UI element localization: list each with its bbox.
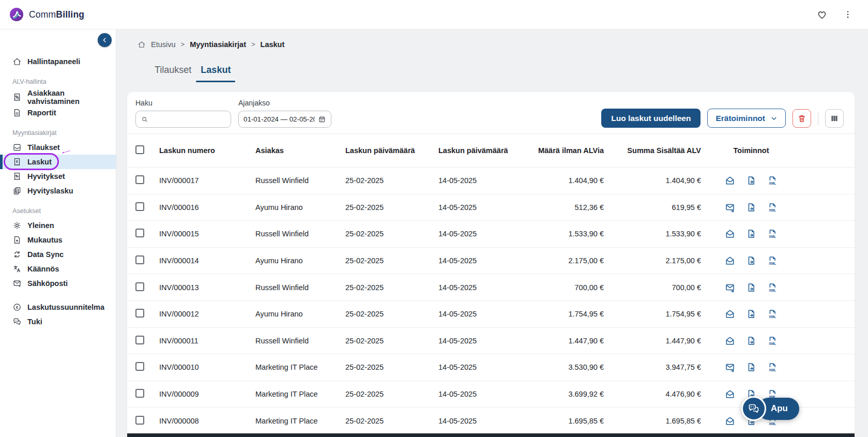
export-file-icon[interactable] — [746, 282, 756, 293]
xml-download-icon[interactable] — [767, 175, 778, 186]
mail-settings-icon — [12, 279, 22, 288]
send-email-icon[interactable] — [725, 389, 735, 399]
sidebar-item-hyvitykset[interactable]: Hyvitykset — [0, 169, 116, 184]
col-invoice-date: Laskun päivämäärä — [345, 146, 438, 155]
row-checkbox[interactable] — [135, 309, 144, 318]
send-email-icon[interactable] — [725, 309, 735, 319]
sidebar-item-kaannos[interactable]: Käännös — [0, 262, 116, 276]
sidebar-item-mukautus[interactable]: Mukautus — [0, 233, 116, 247]
xml-download-icon[interactable] — [767, 255, 778, 266]
breadcrumb-etusivu[interactable]: Etusivu — [151, 40, 176, 49]
breadcrumb-myyntiasiakirjat[interactable]: Myyntiasiakirjat — [190, 40, 246, 49]
sidebar-item-hallintapaneeli[interactable]: Hallintapaneeli — [0, 54, 116, 69]
due-date: 14-05-2025 — [438, 230, 531, 238]
search-input[interactable] — [152, 115, 225, 124]
col-actions: Toiminnot — [702, 146, 800, 155]
tab-laskut[interactable]: Laskut — [196, 62, 235, 82]
customer-name: Ayumu Hirano — [255, 310, 345, 318]
xml-download-icon[interactable] — [767, 229, 778, 239]
breadcrumb-home-icon[interactable] — [138, 40, 146, 49]
sidebar-item-asiakkaan-vahvistaminen[interactable]: Asiakkaan vahvistaminen — [0, 89, 116, 106]
tab-tilaukset[interactable]: Tilaukset — [150, 62, 196, 82]
customer-name: Marketing IT Place — [255, 417, 345, 425]
sidebar-item-raportit[interactable]: Raportit — [0, 106, 116, 120]
invoice-date: 25-02-2025 — [345, 417, 438, 425]
xml-download-icon[interactable] — [767, 202, 778, 213]
send-email-icon[interactable] — [725, 175, 735, 186]
send-email-icon[interactable] — [725, 362, 735, 372]
due-date: 14-05-2025 — [438, 417, 531, 425]
xml-download-icon[interactable] — [767, 362, 778, 372]
send-email-icon[interactable] — [725, 282, 735, 293]
sidebar-collapse-button[interactable] — [98, 33, 112, 47]
row-checkbox[interactable] — [135, 336, 144, 344]
export-file-icon[interactable] — [746, 175, 756, 186]
net-amount: 1.533,90 € — [531, 230, 605, 238]
net-amount: 1.754,95 € — [531, 310, 605, 318]
net-amount: 3.699,92 € — [531, 390, 605, 398]
invoice-date: 25-02-2025 — [345, 283, 438, 292]
row-checkbox[interactable] — [135, 202, 144, 211]
export-file-icon[interactable] — [746, 255, 756, 266]
main-content: Etusivu > Myyntiasiakirjat > Laskut Tila… — [116, 29, 868, 437]
row-checkbox[interactable] — [135, 389, 144, 398]
invoice-number: INV/000015 — [159, 230, 255, 238]
inbox-icon — [12, 143, 22, 152]
row-checkbox[interactable] — [135, 255, 144, 264]
sidebar-item-data-sync[interactable]: Data Sync — [0, 247, 116, 262]
recreate-invoices-button[interactable]: Luo laskut uudelleen — [601, 109, 701, 128]
date-range-input[interactable]: 01-01-2024 — 02-05-202 — [238, 111, 331, 128]
row-checkbox[interactable] — [135, 229, 144, 237]
due-date: 14-05-2025 — [438, 257, 531, 265]
row-checkbox[interactable] — [135, 416, 144, 425]
sidebar-item-tuki[interactable]: Tuki — [0, 314, 116, 329]
chevron-down-icon — [770, 115, 778, 122]
credit-return-icon — [12, 172, 22, 181]
row-checkbox[interactable] — [135, 282, 144, 291]
sidebar-item-sahkoposti[interactable]: Sähköposti — [0, 276, 116, 291]
export-file-icon[interactable] — [746, 362, 756, 372]
invoice-date: 25-02-2025 — [345, 176, 438, 185]
net-amount: 1.695,85 € — [531, 417, 605, 425]
toolbar-divider — [818, 112, 818, 125]
send-email-icon[interactable] — [725, 336, 735, 346]
batch-actions-button[interactable]: Erätoiminnot — [707, 109, 786, 128]
favorite-heart-icon[interactable] — [816, 9, 828, 20]
send-email-icon[interactable] — [725, 416, 735, 426]
column-settings-button[interactable] — [825, 109, 844, 128]
send-email-icon[interactable] — [725, 229, 735, 239]
invoice-date: 25-02-2025 — [345, 337, 438, 345]
help-button[interactable]: Apu — [741, 396, 799, 421]
net-amount: 3.530,90 € — [531, 363, 605, 371]
xml-download-icon[interactable] — [767, 336, 778, 346]
export-file-icon[interactable] — [746, 202, 756, 213]
export-file-icon[interactable] — [746, 336, 756, 346]
search-label: Haku — [135, 99, 231, 107]
col-net-amount: Määrä ilman ALVia — [531, 146, 605, 155]
invoice-number: INV/000016 — [159, 203, 255, 212]
document-star-icon — [12, 235, 22, 245]
horizontal-scrollbar[interactable] — [127, 433, 855, 437]
send-email-icon[interactable] — [725, 255, 735, 266]
due-date: 14-05-2025 — [438, 283, 531, 292]
send-email-icon[interactable] — [725, 202, 735, 213]
sidebar-item-hyvityslasku[interactable]: Hyvityslasku — [0, 184, 116, 198]
gross-amount: 1.695,85 € — [605, 417, 702, 425]
sidebar-item-yleinen[interactable]: Yleinen — [0, 218, 116, 233]
gross-amount: 1.754,95 € — [605, 310, 702, 318]
sidebar-item-laskutussuunnitelma[interactable]: € Laskutussuunnitelma — [0, 300, 116, 314]
row-checkbox[interactable] — [135, 175, 144, 184]
sidebar-item-laskut[interactable]: € Laskut — [0, 155, 116, 169]
select-all-checkbox[interactable] — [135, 145, 144, 154]
sidebar-item-tilaukset[interactable]: Tilaukset — [0, 140, 116, 155]
xml-download-icon[interactable] — [767, 309, 778, 319]
xml-download-icon[interactable] — [767, 282, 778, 293]
export-file-icon[interactable] — [746, 309, 756, 319]
export-file-icon[interactable] — [746, 229, 756, 239]
row-checkbox[interactable] — [135, 362, 144, 371]
gross-amount: 1.533,90 € — [605, 230, 702, 238]
kebab-menu-icon[interactable] — [843, 9, 852, 20]
delete-button[interactable] — [793, 109, 811, 128]
net-amount: 1.447,90 € — [531, 337, 605, 345]
top-bar: CommBilling — [0, 0, 868, 29]
